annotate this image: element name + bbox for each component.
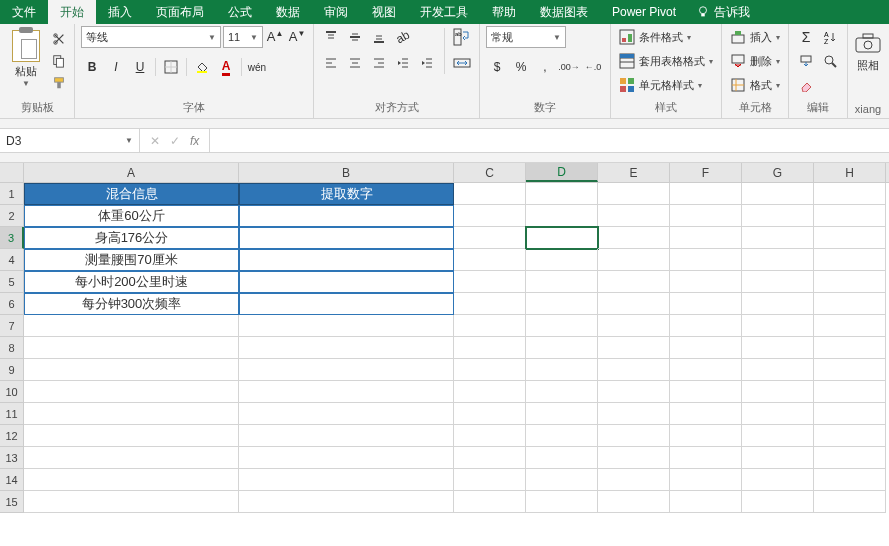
cell[interactable] xyxy=(670,249,742,271)
row-header-6[interactable]: 6 xyxy=(0,293,24,315)
cell[interactable] xyxy=(239,381,454,403)
row-header-1[interactable]: 1 xyxy=(0,183,24,205)
cell[interactable] xyxy=(742,469,814,491)
increase-indent-button[interactable] xyxy=(416,52,438,74)
enter-formula-button[interactable]: ✓ xyxy=(170,134,180,148)
cell[interactable]: 身高176公分 xyxy=(24,227,239,249)
cell[interactable] xyxy=(670,491,742,513)
cell[interactable] xyxy=(814,491,886,513)
cell[interactable] xyxy=(454,403,526,425)
cell[interactable] xyxy=(742,359,814,381)
cell[interactable]: 混合信息 xyxy=(24,183,239,205)
cell[interactable] xyxy=(814,359,886,381)
find-button[interactable] xyxy=(819,50,841,72)
tab-view[interactable]: 视图 xyxy=(360,0,408,24)
decrease-font-button[interactable]: A▼ xyxy=(287,26,307,48)
tab-home[interactable]: 开始 xyxy=(48,0,96,24)
row-header-4[interactable]: 4 xyxy=(0,249,24,271)
cell[interactable] xyxy=(239,227,454,249)
cell[interactable] xyxy=(598,337,670,359)
cell[interactable] xyxy=(24,337,239,359)
cell[interactable] xyxy=(742,315,814,337)
tab-powerpivot[interactable]: Power Pivot xyxy=(600,0,688,24)
cell[interactable] xyxy=(670,469,742,491)
cell[interactable] xyxy=(670,205,742,227)
cell[interactable] xyxy=(814,403,886,425)
cell[interactable] xyxy=(670,227,742,249)
cell[interactable] xyxy=(24,315,239,337)
cell[interactable] xyxy=(598,183,670,205)
cell[interactable] xyxy=(814,315,886,337)
cell[interactable] xyxy=(598,315,670,337)
orientation-button[interactable]: ab xyxy=(392,26,414,48)
align-top-button[interactable] xyxy=(320,26,342,48)
cut-button[interactable] xyxy=(50,30,68,48)
cell[interactable] xyxy=(814,249,886,271)
cell[interactable] xyxy=(24,447,239,469)
cell[interactable] xyxy=(454,469,526,491)
cell[interactable] xyxy=(526,469,598,491)
col-header-A[interactable]: A xyxy=(24,163,239,182)
cell[interactable] xyxy=(742,227,814,249)
cell[interactable] xyxy=(239,271,454,293)
cell[interactable] xyxy=(670,403,742,425)
cell[interactable] xyxy=(526,227,598,249)
conditional-formatting-button[interactable]: 条件格式▾ xyxy=(617,26,715,48)
col-header-B[interactable]: B xyxy=(239,163,454,182)
phonetic-button[interactable]: wén xyxy=(246,56,268,78)
cell[interactable] xyxy=(598,205,670,227)
cell[interactable]: 每分钟300次频率 xyxy=(24,293,239,315)
row-header-15[interactable]: 15 xyxy=(0,491,24,513)
tab-page-layout[interactable]: 页面布局 xyxy=(144,0,216,24)
align-bottom-button[interactable] xyxy=(368,26,390,48)
cell[interactable] xyxy=(526,381,598,403)
format-table-button[interactable]: 套用表格格式▾ xyxy=(617,50,715,72)
cell[interactable] xyxy=(526,183,598,205)
increase-font-button[interactable]: A▲ xyxy=(265,26,285,48)
cell[interactable] xyxy=(598,447,670,469)
merge-button[interactable] xyxy=(451,52,473,74)
row-header-9[interactable]: 9 xyxy=(0,359,24,381)
cell[interactable] xyxy=(742,447,814,469)
fill-color-button[interactable] xyxy=(191,56,213,78)
cell[interactable] xyxy=(814,183,886,205)
clear-button[interactable] xyxy=(795,74,817,96)
align-center-button[interactable] xyxy=(344,52,366,74)
cell[interactable] xyxy=(742,271,814,293)
cell[interactable] xyxy=(742,293,814,315)
cell[interactable] xyxy=(670,315,742,337)
cell[interactable] xyxy=(454,491,526,513)
cell[interactable] xyxy=(239,337,454,359)
worksheet-grid[interactable]: A B C D E F G H 1混合信息提取数字2体重60公斤3身高176公分… xyxy=(0,163,889,513)
tab-file[interactable]: 文件 xyxy=(0,0,48,24)
cell[interactable] xyxy=(598,469,670,491)
cell[interactable] xyxy=(526,293,598,315)
cell[interactable] xyxy=(526,315,598,337)
align-right-button[interactable] xyxy=(368,52,390,74)
align-middle-button[interactable] xyxy=(344,26,366,48)
cell[interactable] xyxy=(814,381,886,403)
cell[interactable] xyxy=(526,337,598,359)
delete-cells-button[interactable]: 删除▾ xyxy=(728,50,782,72)
select-all-corner[interactable] xyxy=(0,163,24,182)
tab-insert[interactable]: 插入 xyxy=(96,0,144,24)
cell[interactable] xyxy=(742,205,814,227)
cell[interactable] xyxy=(239,293,454,315)
cell[interactable] xyxy=(239,205,454,227)
row-header-5[interactable]: 5 xyxy=(0,271,24,293)
cell[interactable] xyxy=(454,293,526,315)
cell[interactable] xyxy=(454,447,526,469)
borders-button[interactable] xyxy=(160,56,182,78)
cell[interactable] xyxy=(454,205,526,227)
cell[interactable] xyxy=(454,315,526,337)
cell[interactable] xyxy=(526,271,598,293)
cell[interactable]: 测量腰围70厘米 xyxy=(24,249,239,271)
fx-button[interactable]: fx xyxy=(190,134,199,148)
format-cells-button[interactable]: 格式▾ xyxy=(728,74,782,96)
row-header-11[interactable]: 11 xyxy=(0,403,24,425)
formula-input[interactable] xyxy=(210,129,889,152)
cell[interactable] xyxy=(239,491,454,513)
cell[interactable] xyxy=(742,249,814,271)
sort-filter-button[interactable]: AZ xyxy=(819,26,841,48)
cell[interactable] xyxy=(454,425,526,447)
